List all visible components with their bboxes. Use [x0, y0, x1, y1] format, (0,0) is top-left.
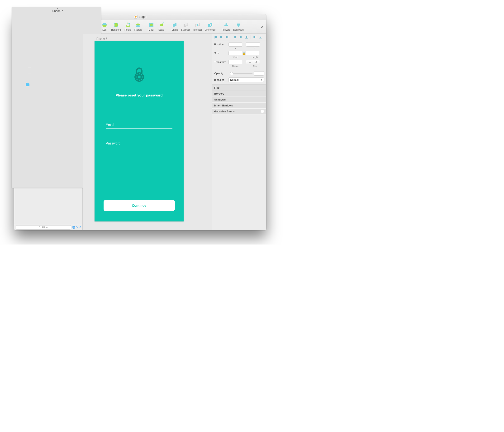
gaussian-blur-checkbox[interactable]: [261, 110, 264, 113]
svg-rect-50: [220, 36, 222, 38]
scale-label: Scale: [158, 28, 164, 31]
align-center-v-icon[interactable]: [239, 35, 243, 39]
slice-filter-icon[interactable]: [76, 226, 79, 229]
mask-icon[interactable]: [148, 22, 155, 28]
svg-rect-29: [226, 24, 227, 26]
align-center-h-icon[interactable]: [219, 35, 223, 39]
select-arrows-icon: ▴▾: [261, 79, 262, 81]
svg-point-41: [135, 76, 136, 78]
svg-rect-8: [115, 23, 118, 27]
layers-panel: Page 1 ⌄ iPhone 7 AaContinue AaPassword …: [14, 34, 83, 230]
svg-point-40: [138, 80, 140, 81]
toolbar-overflow-button[interactable]: ››: [261, 24, 264, 29]
select-arrows-icon: ▴▾: [234, 110, 234, 112]
subtract-label: Subtract: [181, 28, 190, 31]
backward-icon[interactable]: [235, 22, 242, 28]
lock-icon: [133, 67, 145, 83]
gaussian-blur-section-header[interactable]: Gaussian Blur▴▾: [212, 108, 266, 114]
difference-icon[interactable]: [207, 22, 214, 28]
difference-label: Difference: [205, 28, 216, 31]
line-layer-icon: [27, 71, 32, 75]
svg-rect-64: [260, 37, 261, 37]
transform-icon[interactable]: [113, 22, 120, 28]
svg-rect-54: [234, 36, 236, 38]
union-label: Union: [171, 28, 178, 31]
intersect-icon[interactable]: [194, 22, 201, 28]
fills-section-header[interactable]: Fills: [212, 85, 266, 91]
position-y-input[interactable]: [246, 42, 260, 46]
shadows-section-header[interactable]: Shadows: [212, 96, 266, 102]
svg-rect-56: [240, 36, 242, 38]
svg-rect-26: [210, 24, 211, 26]
gaussian-blur-label: Gaussian Blur: [214, 110, 232, 113]
subtract-icon[interactable]: [182, 22, 189, 28]
layer-artboard[interactable]: iPhone 7: [14, 40, 82, 188]
svg-point-14: [136, 25, 140, 27]
flip-sublabel: Flip: [248, 65, 262, 67]
svg-point-45: [136, 79, 137, 80]
inner-shadows-label: Inner Shadows: [214, 104, 233, 107]
artboard-title[interactable]: iPhone 7: [96, 37, 107, 40]
folder-icon: [26, 83, 29, 86]
svg-point-12: [117, 26, 118, 27]
blending-select[interactable]: Normal▴▾: [228, 77, 264, 82]
svg-point-44: [141, 74, 142, 75]
align-bottom-icon[interactable]: [244, 35, 249, 39]
svg-rect-32: [238, 24, 239, 26]
rotate-icon[interactable]: [125, 22, 132, 28]
backward-label: Backward: [233, 28, 244, 31]
svg-point-9: [114, 23, 115, 24]
flatten-icon[interactable]: [135, 22, 142, 28]
width-sublabel: Width: [228, 56, 242, 58]
align-left-icon[interactable]: [213, 35, 217, 39]
app-window: Login ＋▾ Insert Group Ungroup Create Sym…: [14, 14, 266, 230]
svg-point-42: [142, 76, 143, 78]
svg-marker-28: [225, 23, 227, 25]
inner-shadows-section-header[interactable]: Inner Shadows: [212, 102, 266, 108]
svg-rect-23: [197, 24, 198, 26]
reset-password-heading: Please reset your password: [116, 93, 162, 97]
scale-icon[interactable]: [158, 22, 165, 28]
edit-icon[interactable]: [101, 22, 108, 28]
rotate-label: Rotate: [125, 28, 131, 31]
continue-button: Continue: [104, 200, 175, 211]
rotate-input[interactable]: [228, 60, 242, 64]
svg-rect-58: [246, 36, 247, 38]
svg-point-43: [136, 74, 137, 75]
svg-point-39: [138, 74, 140, 75]
x-sublabel: X: [228, 47, 242, 50]
position-x-input[interactable]: [228, 42, 242, 46]
distribute-v-icon[interactable]: [258, 35, 263, 39]
svg-rect-52: [226, 36, 227, 38]
lock-aspect-icon[interactable]: 🔒: [242, 52, 246, 55]
borders-section-header[interactable]: Borders: [212, 91, 266, 96]
flip-h-icon[interactable]: ⇋: [246, 60, 253, 64]
opacity-input[interactable]: [254, 71, 264, 75]
svg-line-18: [163, 23, 164, 24]
opacity-slider[interactable]: [230, 73, 252, 74]
union-icon[interactable]: [171, 22, 178, 28]
artboard-iphone7[interactable]: Please reset your password Email Passwor…: [95, 41, 184, 221]
filter-count: 0: [80, 226, 81, 229]
svg-point-46: [141, 79, 142, 80]
filter-input[interactable]: Filter: [16, 225, 71, 230]
distribute-h-icon[interactable]: [253, 35, 257, 39]
width-input[interactable]: [228, 51, 242, 55]
transform-label: Transform: [214, 61, 228, 64]
canvas[interactable]: iPhone 7 Please reset your password Emai…: [83, 34, 212, 230]
svg-rect-20: [185, 23, 188, 26]
flip-v-icon[interactable]: ⇵: [253, 60, 260, 64]
forward-icon[interactable]: [223, 22, 230, 28]
position-label: Position: [214, 43, 228, 46]
flip-segmented[interactable]: ⇋⇵: [246, 60, 260, 64]
flatten-label: Flatten: [135, 28, 142, 31]
line-layer-icon: [27, 65, 32, 69]
svg-point-10: [117, 23, 118, 24]
size-label: Size: [214, 52, 228, 55]
svg-point-15: [136, 24, 140, 25]
height-input[interactable]: [246, 51, 259, 55]
pages-filter-icon[interactable]: [72, 226, 75, 229]
svg-point-11: [114, 26, 115, 27]
align-right-icon[interactable]: [225, 35, 229, 39]
align-top-icon[interactable]: [233, 35, 237, 39]
